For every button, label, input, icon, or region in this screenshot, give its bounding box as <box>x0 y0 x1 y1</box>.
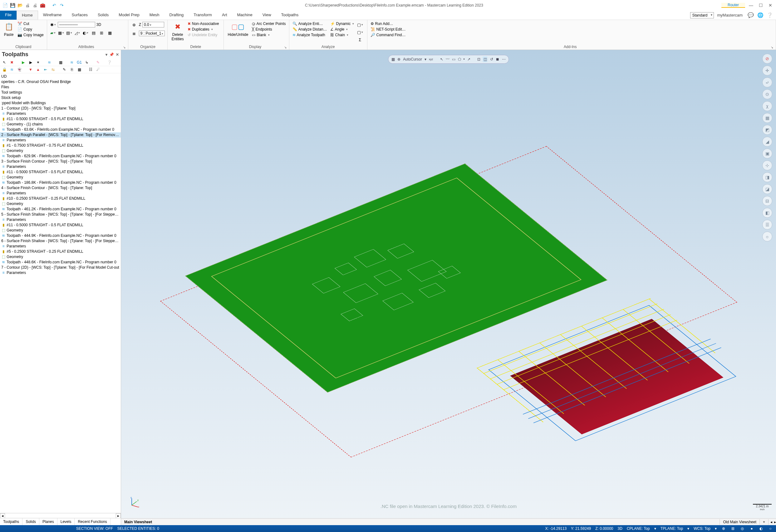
analyze-entity-button[interactable]: 🔍Analyze Enti… <box>292 21 328 26</box>
viewsheet-add[interactable]: + <box>760 519 769 525</box>
tree-row[interactable]: ⬚ Geometry <box>0 254 121 260</box>
tab-art[interactable]: Art <box>217 11 232 20</box>
post-icon[interactable]: ↳ <box>84 60 90 65</box>
tab-file[interactable]: File <box>0 11 17 20</box>
analyze-distance-button[interactable]: 📏Analyze Distan… <box>292 27 328 32</box>
status-grid-icon[interactable]: ⊞ <box>731 526 735 531</box>
z-value-field[interactable]: 0.0 <box>142 22 164 27</box>
post-g1-icon[interactable]: G1 <box>76 60 82 65</box>
panel-tab-recent[interactable]: Recent Functions <box>74 518 110 525</box>
viewsheet-main[interactable]: Main Viewsheet <box>121 519 720 525</box>
tree-row[interactable]: 2 - Surface Rough Parallel - [WCS: Top] … <box>0 132 121 138</box>
print-options-icon[interactable]: 🖨 <box>32 2 38 8</box>
minimize-button[interactable]: — <box>749 3 753 8</box>
tree-row[interactable]: ⬚ Geometry <box>0 201 121 207</box>
copy-op-icon[interactable]: ⎘ <box>69 67 75 72</box>
status-globe-icon[interactable]: ⊕ <box>721 526 726 531</box>
undo-icon[interactable]: ↶ <box>51 2 57 8</box>
tree-row[interactable]: ≡ Parameters <box>0 111 121 116</box>
tree-row[interactable]: 1 - Contour (2D) - [WCS: Top] - [Tplane:… <box>0 106 121 111</box>
status-tplane[interactable]: TPLANE: Top <box>660 526 683 531</box>
line-style-select[interactable]: ─────── <box>58 22 95 27</box>
expand-icon[interactable]: ⇆ <box>50 67 56 72</box>
delete-entities-button[interactable]: ✖ Delete Entities <box>170 21 185 42</box>
panel-dropdown-icon[interactable]: ▾ <box>106 52 108 57</box>
tab-surfaces[interactable]: Surfaces <box>67 11 93 20</box>
new-file-icon[interactable]: 📄 <box>2 2 8 8</box>
tree-row[interactable]: ≋ Toolpath - 461.2K - FileInfo.com Examp… <box>0 207 121 212</box>
tree-row[interactable]: 4 - Surface Finish Contour - [WCS: Top] … <box>0 185 121 191</box>
help-tool-icon[interactable]: ❔ <box>106 60 113 65</box>
tree-row[interactable]: ≋ Toolpath - 63.6K - FileInfo.com Exampl… <box>0 127 121 132</box>
tree-row[interactable]: 7 - Contour (2D) - [WCS: Top] - [Tplane:… <box>0 265 121 270</box>
point-style-select[interactable]: ✱ <box>50 21 56 28</box>
tab-transform[interactable]: Transform <box>189 11 217 20</box>
panel-tab-levels[interactable]: Levels <box>57 518 75 525</box>
regen-sel-icon[interactable]: ▶ <box>20 60 26 65</box>
tree-row[interactable]: ≋ Toolpath - 444.9K - FileInfo.com Examp… <box>0 233 121 238</box>
tree-row[interactable]: ≡ Parameters <box>0 244 121 249</box>
tree-row[interactable]: 5 - Surface Finish Shallow - [WCS: Top] … <box>0 212 121 217</box>
cut-button[interactable]: ✂️Cut <box>17 21 44 26</box>
move-up-icon[interactable]: ▲ <box>35 67 41 72</box>
print-icon[interactable]: 🖨 <box>24 2 31 8</box>
status-target-icon[interactable]: ◎ <box>740 526 745 531</box>
collapse-icon[interactable]: ⇤ <box>42 67 49 72</box>
command-find-button[interactable]: 🔎Command Find… <box>370 32 406 37</box>
contextual-tab-label[interactable]: Router <box>721 3 745 8</box>
open-icon[interactable]: 📂 <box>17 2 23 8</box>
tree-row[interactable]: Tool settings <box>0 90 121 95</box>
tree-row[interactable]: ≋ Toolpath - 629.9K - FileInfo.com Examp… <box>0 154 121 159</box>
tree-row[interactable]: ▮ #11 - 0.5000 STRAIGHT - 0.5 FLAT ENDMI… <box>0 170 121 175</box>
scroll-left-icon[interactable]: ◂ <box>0 513 5 518</box>
tree-row[interactable]: :pped Model with Buildings <box>0 100 121 106</box>
clear-color-icon[interactable]: ◿ <box>74 29 81 36</box>
display-launcher[interactable]: ↘ <box>284 45 286 49</box>
tree-row[interactable]: ▮ #1 - 0.7500 STRAIGHT - 0.75 FLAT ENDMI… <box>0 143 121 148</box>
tree-row[interactable]: ▮ #11 - 0.5000 STRAIGHT - 0.5 FLAT ENDMI… <box>0 116 121 122</box>
status-cplane[interactable]: CPLANE: Top <box>627 526 650 531</box>
angle-button[interactable]: ∠Angle <box>330 27 355 32</box>
misc-tool-icon[interactable]: ☷ <box>87 67 93 72</box>
tab-mesh[interactable]: Mesh <box>145 11 165 20</box>
chain-button[interactable]: ⛓Chain <box>330 32 355 37</box>
net-script-button[interactable]: 📜NET-Script Edit… <box>370 27 406 32</box>
non-associative-button[interactable]: ✖Non-Associative <box>187 21 220 26</box>
tree-row[interactable]: ≡ Parameters <box>0 164 121 170</box>
backplot-icon[interactable]: ≋ <box>46 60 52 65</box>
panel-tab-solids[interactable]: Solids <box>22 518 39 525</box>
hide-unhide-button[interactable]: ▢▢ Hide/Unhide <box>226 21 249 37</box>
tree-row[interactable]: 6 - Surface Finish Shallow - [WCS: Top] … <box>0 238 121 244</box>
move-down-icon[interactable]: ▼ <box>27 67 34 72</box>
status-wcs[interactable]: WCS: Top <box>694 526 711 531</box>
paste-op-icon[interactable]: ▦ <box>76 67 82 72</box>
copy-button[interactable]: 📄Copy <box>17 27 44 32</box>
analyze-stats-icon[interactable]: Σ <box>357 36 363 43</box>
endpoints-button[interactable]: ╳Endpoints <box>251 27 286 32</box>
redo-icon[interactable]: ↷ <box>59 2 65 8</box>
tree-row[interactable]: ⬚ Geometry - (1) chains <box>0 122 121 127</box>
community-icon[interactable]: 🌐 <box>757 12 764 18</box>
duplicates-button[interactable]: ✖Duplicates <box>187 27 220 32</box>
attributes-launcher[interactable]: ↘ <box>123 45 126 49</box>
color-select[interactable]: ▰ <box>50 29 56 36</box>
tree-row[interactable]: ▮ #10 - 0.2500 STRAIGHT - 0.25 FLAT ENDM… <box>0 196 121 201</box>
tab-model-prep[interactable]: Model Prep <box>114 11 144 20</box>
attr-icon-1[interactable]: ⊞ <box>98 29 105 36</box>
dynamic-button[interactable]: ⚡Dynamic <box>330 21 355 26</box>
tree-row[interactable]: Files <box>0 84 121 90</box>
tool-settings-icon[interactable]: ✶ <box>35 60 41 65</box>
tree-row[interactable]: Stock setup <box>0 95 121 100</box>
analyze-toolpath-button[interactable]: ≋Analyze Toolpath <box>292 32 328 37</box>
tools-icon[interactable]: 🧰 <box>39 2 45 8</box>
close-button[interactable]: ✕ <box>769 3 772 8</box>
tree-row[interactable]: operties - C.R. Onsrud OSAI Fixed Bridge <box>0 79 121 84</box>
deselect-icon[interactable]: ✖ <box>9 60 15 65</box>
select-all-icon[interactable]: ↖ <box>1 60 7 65</box>
set-all-icon[interactable]: ▤ <box>90 29 97 36</box>
save-icon[interactable]: 💾 <box>9 2 16 8</box>
horizontal-scrollbar[interactable]: ◂ ▸ <box>0 513 121 518</box>
tree-row[interactable]: ⬚ Geometry <box>0 228 121 233</box>
display-toggle-icon[interactable]: ≋ <box>9 67 15 72</box>
mode-3d-toggle[interactable]: 3D <box>96 22 101 27</box>
